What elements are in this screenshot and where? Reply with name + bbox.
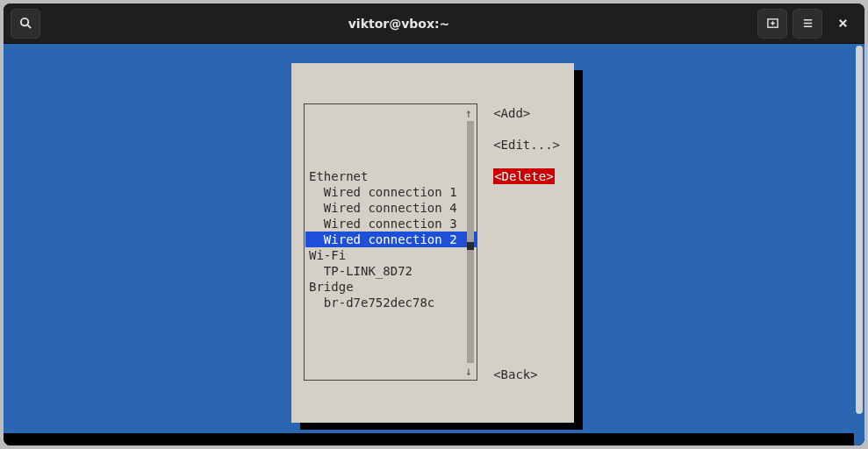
add-button[interactable]: <Add>	[493, 105, 560, 121]
svg-line-1	[27, 25, 31, 29]
list-scrollbar-thumb[interactable]	[467, 242, 474, 250]
nmtui-dialog: ↑ ↓ Ethernet Wired connection 1 Wired co…	[291, 63, 574, 423]
list-scrollbar[interactable]	[467, 121, 474, 363]
connection-item[interactable]: br-d7e752dec78c	[305, 295, 477, 310]
connection-item[interactable]: Wired connection 1	[305, 184, 477, 200]
connection-item[interactable]: Wired connection 3	[305, 216, 477, 232]
hamburger-icon	[801, 17, 814, 30]
terminal-scrollbar[interactable]	[854, 44, 864, 445]
close-icon	[836, 17, 850, 30]
search-icon	[19, 17, 32, 30]
connection-item[interactable]: TP-LINK_8D72	[305, 263, 477, 279]
scroll-down-arrow[interactable]: ↓	[465, 363, 472, 379]
terminal-bottom-strip	[4, 433, 854, 445]
terminal-scrollbar-thumb[interactable]	[856, 46, 863, 414]
titlebar: viktor@vbox:~	[4, 4, 864, 44]
new-tab-button[interactable]	[757, 9, 787, 39]
edit-button[interactable]: <Edit...>	[493, 137, 560, 153]
menu-button[interactable]	[793, 9, 822, 39]
connection-group-header: Ethernet	[305, 168, 477, 184]
new-tab-icon	[766, 17, 779, 30]
close-button[interactable]	[828, 9, 857, 39]
back-button[interactable]: <Back>	[493, 367, 560, 382]
connection-group-header: Bridge	[305, 279, 477, 295]
connection-item[interactable]: Wired connection 4	[305, 200, 477, 216]
search-button[interactable]	[11, 9, 40, 39]
connection-list[interactable]: ↑ ↓ Ethernet Wired connection 1 Wired co…	[304, 103, 477, 381]
scroll-up-arrow[interactable]: ↑	[465, 105, 472, 121]
delete-button[interactable]: <Delete>	[493, 168, 560, 184]
connection-group-header: Wi-Fi	[305, 247, 477, 263]
window-title: viktor@vbox:~	[40, 17, 757, 31]
svg-point-0	[20, 18, 27, 25]
terminal-viewport: ↑ ↓ Ethernet Wired connection 1 Wired co…	[4, 44, 864, 445]
terminal-window: viktor@vbox:~	[4, 4, 864, 445]
connection-item[interactable]: Wired connection 2	[305, 232, 477, 247]
